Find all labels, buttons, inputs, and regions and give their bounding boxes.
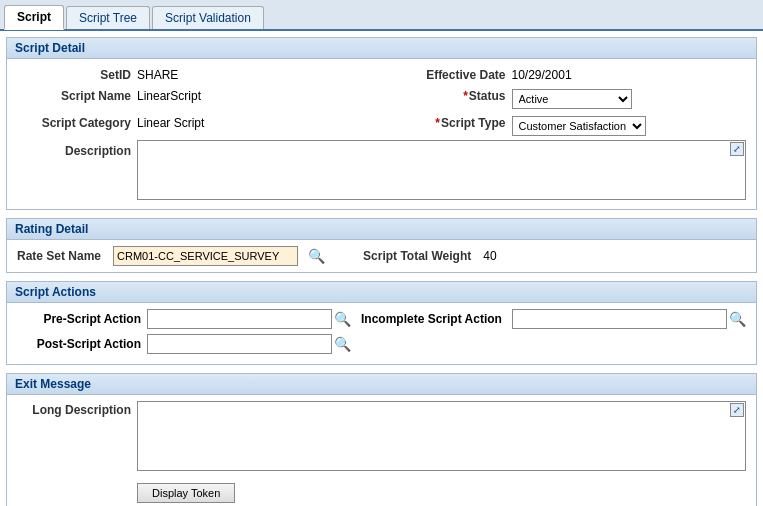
script-name-label: Script Name [17, 86, 137, 103]
script-detail-header: Script Detail [7, 38, 756, 59]
setid-value: SHARE [137, 65, 372, 82]
post-script-label: Post-Script Action [17, 337, 147, 351]
tab-script-validation[interactable]: Script Validation [152, 6, 264, 29]
script-category-label: Script Category [17, 113, 137, 130]
script-type-field-wrapper: Customer Satisfaction Survey Other [512, 113, 747, 136]
main-content: Script Detail SetID SHARE Effective Date… [0, 31, 763, 506]
status-field-wrapper: Active Inactive [512, 86, 747, 109]
rating-detail-section: Rating Detail Rate Set Name 🔍 Script Tot… [6, 218, 757, 273]
script-type-select[interactable]: Customer Satisfaction Survey Other [512, 116, 646, 136]
status-select[interactable]: Active Inactive [512, 89, 632, 109]
script-type-label: Script Type [372, 113, 512, 130]
display-token-wrapper: Display Token [137, 479, 746, 503]
rate-set-search-button[interactable]: 🔍 [308, 248, 325, 264]
long-description-row: Long Description ⤢ Display Token [17, 401, 746, 503]
rate-set-name-input[interactable] [113, 246, 298, 266]
script-actions-header: Script Actions [7, 282, 756, 303]
long-description-textarea[interactable] [137, 401, 746, 471]
display-token-button[interactable]: Display Token [137, 483, 235, 503]
incomplete-script-input[interactable] [512, 309, 727, 329]
exit-message-header: Exit Message [7, 374, 756, 395]
pre-script-search-button[interactable]: 🔍 [334, 311, 351, 327]
tab-script[interactable]: Script [4, 5, 64, 30]
exit-message-section: Exit Message Long Description ⤢ Display … [6, 373, 757, 506]
description-label: Description [17, 140, 137, 158]
description-wrapper: ⤢ [137, 140, 746, 203]
script-category-value: Linear Script [137, 113, 372, 130]
script-total-weight-label: Script Total Weight [363, 249, 471, 263]
script-actions-body: Pre-Script Action 🔍 Incomplete Script Ac… [7, 303, 756, 364]
exit-message-body: Long Description ⤢ Display Token [7, 395, 756, 506]
effective-date-label: Effective Date [372, 65, 512, 82]
script-actions-row2: Post-Script Action 🔍 [17, 334, 746, 354]
status-label: Status [372, 86, 512, 103]
script-actions-row1: Pre-Script Action 🔍 Incomplete Script Ac… [17, 309, 746, 329]
script-total-weight-value: 40 [483, 249, 496, 263]
effective-date-value: 10/29/2001 [512, 65, 747, 82]
long-description-label: Long Description [17, 401, 137, 417]
rating-detail-grid: Rate Set Name 🔍 Script Total Weight 40 [7, 240, 756, 272]
post-script-input[interactable] [147, 334, 332, 354]
post-script-search-button[interactable]: 🔍 [334, 336, 351, 352]
incomplete-script-label: Incomplete Script Action [361, 312, 508, 326]
incomplete-script-search-button[interactable]: 🔍 [729, 311, 746, 327]
setid-label: SetID [17, 65, 137, 82]
script-actions-section: Script Actions Pre-Script Action 🔍 Incom… [6, 281, 757, 365]
tab-script-tree[interactable]: Script Tree [66, 6, 150, 29]
rate-set-name-label: Rate Set Name [17, 249, 105, 263]
description-textarea[interactable] [137, 140, 746, 200]
script-name-value: LinearScript [137, 86, 372, 103]
tabs-bar: Script Script Tree Script Validation [0, 0, 763, 31]
long-description-wrapper: ⤢ Display Token [137, 401, 746, 503]
expand-description-icon[interactable]: ⤢ [730, 142, 744, 156]
script-detail-section: Script Detail SetID SHARE Effective Date… [6, 37, 757, 210]
script-detail-grid: SetID SHARE Effective Date 10/29/2001 Sc… [7, 59, 756, 209]
expand-long-desc-icon[interactable]: ⤢ [730, 403, 744, 417]
rating-detail-header: Rating Detail [7, 219, 756, 240]
pre-script-input[interactable] [147, 309, 332, 329]
pre-script-label: Pre-Script Action [17, 312, 147, 326]
